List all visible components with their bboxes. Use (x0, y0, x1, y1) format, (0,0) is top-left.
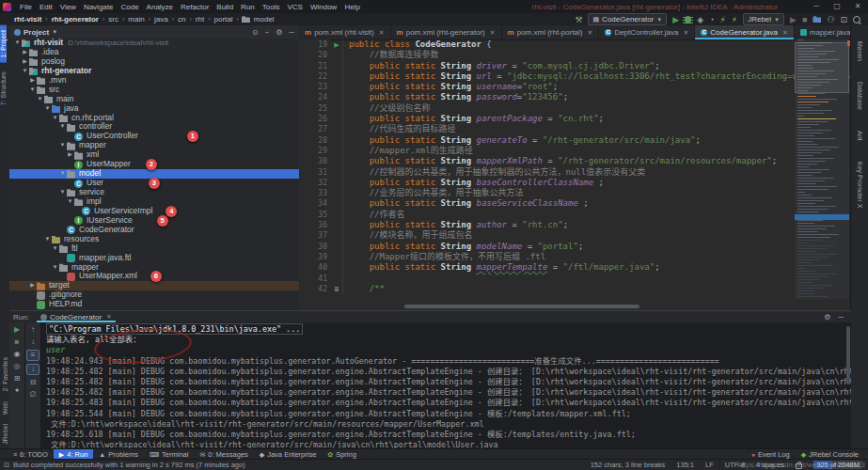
code-line[interactable]: 35 //作者名 (299, 210, 851, 220)
settings-icon[interactable]: ⚙ (824, 313, 830, 321)
code-line[interactable]: 42≣ /** (299, 284, 851, 294)
build-hammer-icon[interactable]: ⚒ (575, 14, 582, 25)
editor-tab-deptcontroller.java[interactable]: CDeptController.java✕ (599, 25, 695, 39)
stop-icon[interactable]: ■ (11, 337, 23, 347)
code-line[interactable]: 26 public static String parentPackage = … (299, 114, 851, 124)
tree-item-user[interactable]: CUser3 (9, 179, 299, 188)
breadcrumb-item-cn[interactable]: cn (177, 15, 186, 24)
right-tab-database[interactable]: Database (857, 77, 863, 115)
tree-item-ftl[interactable]: ▼ftl (9, 244, 299, 254)
tree-item-help.md[interactable]: HELP.md (9, 300, 299, 309)
chevron-expanded-icon[interactable]: ▼ (21, 67, 29, 76)
menu-refactor[interactable]: Refactor (177, 3, 213, 11)
dump-threads-icon[interactable]: ◉ (11, 350, 23, 359)
chevron-collapsed-icon[interactable]: ▶ (66, 150, 74, 160)
tree-item-service[interactable]: ▼service (9, 188, 299, 197)
sidebar-tab-jrebel[interactable]: JRebel (2, 419, 8, 449)
code-line[interactable]: 21 public static String driver = "com.my… (299, 61, 851, 71)
minimap[interactable] (795, 39, 849, 299)
collapse-all-icon[interactable]: ÷ (265, 28, 269, 37)
clear-icon[interactable]: ∅ (27, 390, 39, 400)
down-stack-icon[interactable]: ↓ (27, 337, 39, 347)
search-everywhere-icon[interactable] (853, 16, 860, 24)
jrebel-select[interactable]: JRebel▼ (743, 13, 784, 25)
gc-icon[interactable]: ◎ (11, 362, 23, 371)
status-segment[interactable]: LF (705, 461, 714, 469)
menu-build[interactable]: Build (213, 3, 237, 11)
editor-tab-pom.xml--rht-visit-[interactable]: mpom.xml (rht-visit)✕ (299, 25, 391, 39)
menu-code[interactable]: Code (117, 3, 142, 11)
chevron-expanded-icon[interactable]: ▼ (28, 86, 37, 95)
fold-gutter-icon[interactable]: ≣ (331, 284, 343, 294)
menu-navigate[interactable]: Navigate (80, 3, 118, 11)
maximize-icon[interactable]: ▢ (827, 0, 847, 13)
code-line[interactable]: 38 public static String modelName = "por… (299, 242, 851, 252)
code-line[interactable]: 39 //Mapper接口的模板文件，不用写后缀 .ftl (299, 252, 851, 262)
up-stack-icon[interactable]: ↑ (27, 325, 39, 335)
code-area[interactable]: 19▶public class CodeGenerator {20 //数据库连… (299, 39, 851, 303)
sidebar-tab-project[interactable]: 1: Project (0, 25, 7, 63)
close-icon[interactable]: ✕ (683, 29, 688, 37)
menu-view[interactable]: View (56, 3, 80, 11)
jrebel-debug-button[interactable]: ⚡ (732, 14, 737, 25)
status-segment[interactable]: UTF-8 (725, 461, 745, 469)
tree-item-usermapper[interactable]: IUserMapper2 (9, 160, 299, 169)
coverage-button[interactable]: ◈ (697, 14, 703, 25)
run-disabled-button[interactable]: ▶ (790, 14, 797, 25)
editor-tab-mapper.java.ftl[interactable]: mapper.java.ftl✕ (795, 25, 851, 39)
code-line[interactable]: 20 //数据库连接参数 (299, 50, 851, 60)
close-icon[interactable]: ✕ (782, 29, 788, 37)
chevron-expanded-icon[interactable]: ▼ (58, 122, 67, 132)
code-line[interactable]: 41 (299, 274, 851, 284)
tree-item-mapper.java.ftl[interactable]: mapper.java.ftl (9, 254, 299, 263)
tree-item-iuserservice[interactable]: IIUserService5 (9, 216, 299, 226)
chevron-expanded-icon[interactable]: ▼ (51, 263, 59, 273)
soft-wrap-icon[interactable]: ≡ (26, 350, 39, 361)
run-tab-codegenerator[interactable]: CodeGenerator ✕ (37, 311, 116, 322)
tool-windows-icon[interactable]: ⊡ (4, 462, 9, 469)
close-icon[interactable]: ✕ (106, 313, 112, 321)
hide-icon[interactable]: ─ (838, 313, 844, 321)
close-icon[interactable]: ✕ (490, 29, 496, 37)
chevron-expanded-icon[interactable]: ▼ (58, 169, 67, 179)
open-project-icon[interactable] (813, 16, 821, 23)
chevron-collapsed-icon[interactable]: ▶ (28, 76, 37, 86)
print-icon[interactable]: ⊟ (27, 378, 39, 387)
code-line[interactable]: 33 //业务层的公共基类，用于抽象公共方法 (299, 188, 851, 198)
chevron-expanded-icon[interactable]: ▼ (58, 188, 67, 197)
hide-icon[interactable]: ─ (289, 28, 294, 37)
close-icon[interactable]: ✕ (588, 29, 593, 37)
memory-indicator[interactable]: 325 of 2048M (813, 461, 862, 469)
tree-item-cn.rht.portal[interactable]: ▼cn.rht.portal (9, 114, 299, 123)
chevron-expanded-icon[interactable]: ▼ (58, 141, 67, 150)
status-segment[interactable]: 135:1 (676, 461, 694, 469)
code-line[interactable]: 29 //mapper.xml的生成路径 (299, 146, 851, 156)
status-segment[interactable]: 152 chars, 3 line breaks (591, 461, 666, 469)
tree-item-src[interactable]: ▼src (9, 86, 299, 95)
menu-tools[interactable]: Tools (259, 3, 284, 11)
menu-run[interactable]: Run (237, 3, 259, 11)
sidebar-tab-favorites[interactable]: 2: Favorites (2, 352, 8, 397)
minimize-icon[interactable]: ─ (806, 0, 827, 13)
pin-icon[interactable]: ✦ (11, 386, 23, 396)
menu-help[interactable]: Help (340, 3, 363, 11)
code-line[interactable]: 34 public static String baseServiceClass… (299, 198, 851, 209)
menu-analyze[interactable]: Analyze (143, 3, 177, 11)
code-line[interactable]: 27 //代码生成的目标路径 (299, 124, 851, 134)
lock-icon[interactable] (796, 463, 802, 469)
project-view-dropdown[interactable]: Project ▼ (14, 28, 57, 37)
minimap-viewport[interactable] (795, 42, 849, 93)
breadcrumb-item-rht-generator[interactable]: rht-generator (51, 15, 100, 24)
layout-icon[interactable]: ⊞ (11, 374, 23, 384)
breadcrumb-item-model[interactable]: model (253, 15, 276, 24)
breadcrumb-item-rht-visit[interactable]: rht-visit (13, 15, 42, 24)
close-icon[interactable]: ✕ (379, 29, 385, 37)
code-line[interactable]: 24 public static String password="123456… (299, 92, 851, 102)
chevron-expanded-icon[interactable]: ▼ (43, 235, 52, 244)
run-button[interactable]: ▶ (672, 14, 679, 25)
editor-tab-codegenerator.java[interactable]: CCodeGenerator.java✕ (695, 25, 794, 39)
scroll-to-end-icon[interactable]: ↓ (26, 364, 39, 375)
sidebar-tab-web[interactable]: Web (2, 397, 8, 419)
tree-item-controller[interactable]: ▼controller (9, 122, 299, 132)
chevron-expanded-icon[interactable]: ▼ (51, 244, 59, 254)
